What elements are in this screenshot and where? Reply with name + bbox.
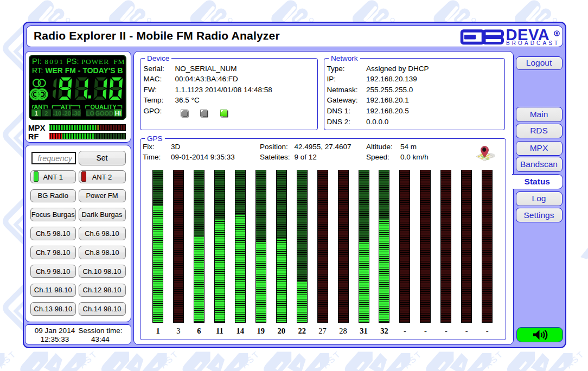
svg-text:AST: AST <box>240 349 262 370</box>
svg-text:-20: -20 <box>62 110 71 117</box>
svg-text:R: R <box>555 31 558 35</box>
svg-text:QUALITY: QUALITY <box>90 104 117 110</box>
svg-text:AST: AST <box>483 349 506 370</box>
svg-text:2: 2 <box>44 110 48 117</box>
svg-text:-30: -30 <box>72 110 80 117</box>
svg-text:HI: HI <box>114 110 120 117</box>
svg-text:GOOD: GOOD <box>95 110 113 117</box>
svg-text:-10: -10 <box>53 110 61 117</box>
svg-text:ATT: ATT <box>60 104 72 110</box>
svg-text:AST: AST <box>78 349 100 370</box>
svg-text:LO: LO <box>86 110 94 117</box>
svg-text:AST: AST <box>321 349 343 370</box>
svg-text:1: 1 <box>34 110 37 117</box>
svg-text:AST: AST <box>0 349 18 370</box>
svg-text:BROADCAST: BROADCAST <box>506 40 560 46</box>
svg-text:ANT: ANT <box>34 104 46 110</box>
svg-text:AST: AST <box>158 349 181 370</box>
svg-text:AST: AST <box>564 349 586 370</box>
svg-text:AST: AST <box>402 349 424 370</box>
